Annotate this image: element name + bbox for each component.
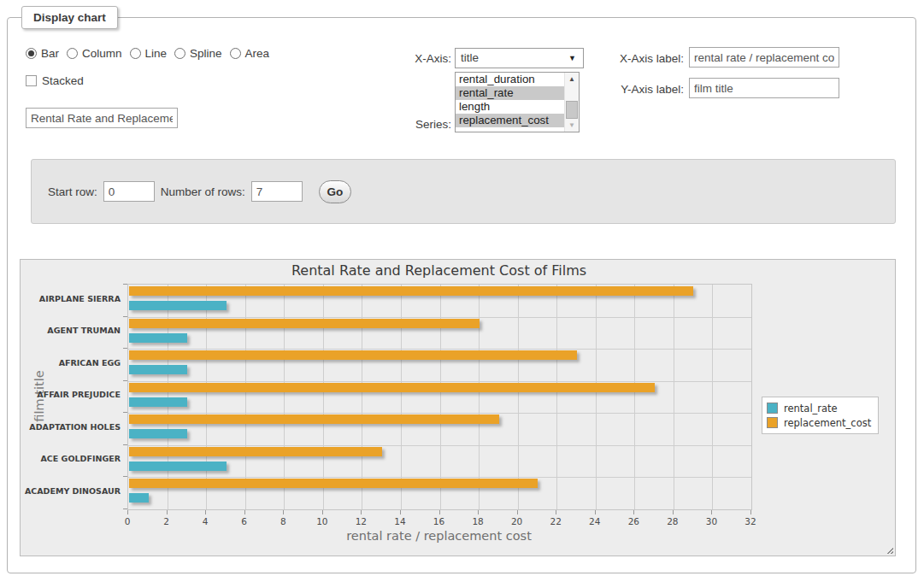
- x-axis-tick: [633, 510, 634, 514]
- gridline-horizontal: [128, 413, 751, 414]
- series-option-replacement_cost[interactable]: replacement_cost: [456, 114, 565, 127]
- x-axis-tick: [205, 510, 206, 514]
- x-tick-label: 18: [461, 516, 495, 526]
- radio-label: Line: [145, 47, 168, 60]
- bar-rental_rate: [129, 461, 227, 471]
- y-axis-tick: [123, 348, 127, 349]
- radio-icon[interactable]: [26, 48, 37, 59]
- x-tick-label: 26: [616, 516, 650, 526]
- category-label: AFFAIR PREJUDICE: [21, 390, 121, 400]
- legend-item-rental_rate: rental_rate: [767, 401, 871, 415]
- radio-spline[interactable]: Spline: [174, 47, 222, 60]
- category-label: ACADEMY DINOSAUR: [21, 486, 121, 497]
- x-axis-tick: [167, 510, 168, 514]
- radio-bar[interactable]: Bar: [26, 47, 59, 60]
- x-tick-label: 8: [266, 516, 300, 526]
- x-axis-tick: [556, 510, 556, 514]
- radio-label: Column: [82, 47, 122, 60]
- x-axis-title: rental rate / replacement cost: [127, 529, 750, 543]
- y-axis-label-caption: Y-Axis label:: [607, 83, 684, 96]
- gridline-vertical: [634, 285, 635, 509]
- radio-line[interactable]: Line: [130, 47, 168, 60]
- x-tick-label: 24: [578, 516, 612, 526]
- x-axis-tick: [283, 510, 284, 514]
- legend-swatch-rental_rate: [767, 403, 778, 414]
- x-tick-label: 6: [227, 516, 262, 526]
- chart-builder-app: Display chart Bar Column Line Spline Are…: [0, 0, 924, 582]
- bar-rental_rate: [129, 397, 187, 407]
- radio-column[interactable]: Column: [67, 47, 122, 60]
- listbox-scrollbar[interactable]: ▲ ▼: [564, 73, 579, 132]
- category-label: AIRPLANE SIERRA: [21, 294, 121, 304]
- stacked-checkbox[interactable]: [26, 75, 37, 86]
- radio-area[interactable]: Area: [230, 47, 270, 60]
- x-axis-select[interactable]: title ▼: [455, 48, 584, 68]
- resize-handle-icon[interactable]: [885, 545, 893, 554]
- chart-title: Rental Rate and Replacement Cost of Film…: [127, 262, 750, 279]
- x-tick-label: 28: [656, 516, 690, 526]
- x-tick-label: 20: [500, 516, 534, 526]
- series-option-rental_duration[interactable]: rental_duration: [456, 73, 565, 86]
- stacked-label: Stacked: [42, 74, 84, 87]
- gridline-horizontal: [128, 349, 751, 350]
- bar-rental_rate: [129, 493, 149, 503]
- x-tick-label: 14: [383, 516, 417, 526]
- radio-label: Spline: [190, 47, 222, 60]
- chevron-down-icon: ▼: [568, 55, 576, 62]
- x-tick-label: 12: [344, 516, 378, 526]
- gridline-vertical: [556, 285, 557, 509]
- series-option-length[interactable]: length: [456, 100, 565, 114]
- radio-label: Bar: [41, 47, 59, 60]
- y-axis-tick: [123, 284, 127, 285]
- x-axis-tick: [127, 510, 128, 514]
- x-axis-label-input[interactable]: [689, 47, 839, 68]
- y-axis-label-input[interactable]: [689, 78, 839, 98]
- legend-label: rental_rate: [784, 403, 838, 414]
- fieldset-legend: Display chart: [21, 6, 118, 29]
- bar-replacement_cost: [129, 383, 655, 392]
- y-axis-tick: [123, 380, 127, 381]
- x-axis-selected-value: title: [461, 51, 479, 64]
- start-row-caption: Start row:: [48, 185, 97, 198]
- scroll-down-icon[interactable]: ▼: [565, 119, 579, 132]
- radio-label: Area: [245, 47, 270, 60]
- bar-rental_rate: [129, 365, 187, 374]
- gridline-vertical: [712, 285, 713, 509]
- x-tick-label: 2: [150, 516, 184, 526]
- legend-item-replacement_cost: replacement_cost: [767, 415, 871, 430]
- gridline-vertical: [674, 285, 674, 509]
- stacked-checkbox-row[interactable]: Stacked: [26, 74, 84, 87]
- x-axis-tick: [361, 510, 362, 514]
- go-button[interactable]: Go: [319, 180, 351, 203]
- x-axis-tick: [478, 510, 479, 514]
- bar-replacement_cost: [129, 479, 538, 488]
- gridline-vertical: [518, 285, 519, 509]
- chart-title-input[interactable]: [26, 108, 178, 128]
- x-axis-tick: [400, 510, 401, 514]
- plot-area: [127, 284, 752, 510]
- y-axis-tick: [123, 316, 127, 317]
- radio-icon[interactable]: [174, 48, 185, 59]
- radio-icon[interactable]: [230, 48, 241, 59]
- x-axis-label-caption: X-Axis label:: [607, 52, 684, 65]
- chart-legend: rental_ratereplacement_cost: [762, 397, 879, 434]
- series-multiselect[interactable]: rental_duration rental_rate length repla…: [455, 72, 580, 132]
- bar-replacement_cost: [129, 414, 499, 424]
- bar-replacement_cost: [129, 350, 577, 360]
- gridline-vertical: [596, 285, 597, 509]
- category-label: ADAPTATION HOLES: [21, 422, 121, 432]
- radio-icon[interactable]: [67, 48, 78, 59]
- radio-icon[interactable]: [130, 48, 141, 59]
- series-option-rental_rate[interactable]: rental_rate: [456, 86, 565, 100]
- number-of-rows-input[interactable]: [251, 181, 303, 202]
- x-tick-label: 10: [305, 516, 339, 526]
- y-axis-tick: [123, 412, 127, 413]
- scroll-up-icon[interactable]: ▲: [565, 73, 579, 85]
- x-tick-label: 0: [110, 516, 144, 526]
- x-axis-tick: [517, 510, 518, 514]
- x-axis-tick: [322, 510, 323, 514]
- x-tick-label: 22: [539, 516, 573, 526]
- scrollbar-thumb[interactable]: [566, 101, 578, 119]
- start-row-input[interactable]: [103, 181, 155, 202]
- chart-container: Rental Rate and Replacement Cost of Film…: [20, 259, 896, 556]
